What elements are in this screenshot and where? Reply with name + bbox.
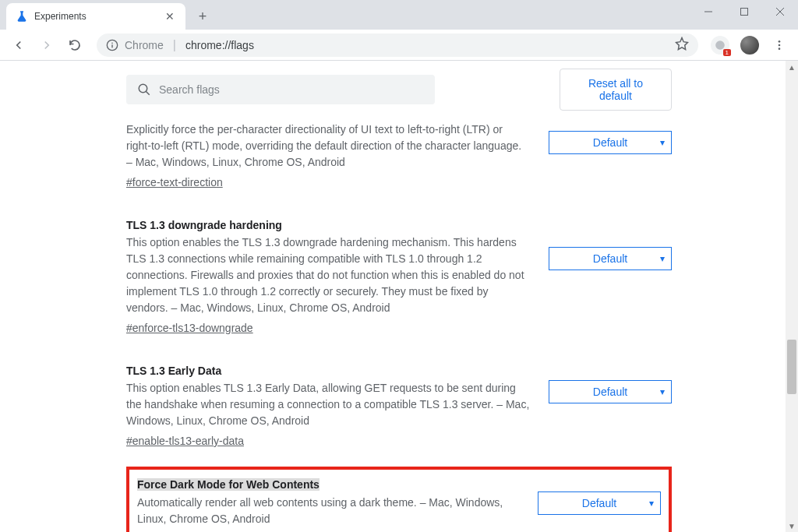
flag-title: Force Dark Mode for Web Contents: [137, 478, 320, 491]
flag-title: TLS 1.3 downgrade hardening: [126, 219, 530, 231]
svg-point-10: [779, 48, 781, 50]
flag-anchor-link[interactable]: #enforce-tls13-downgrade: [126, 322, 253, 334]
reload-button[interactable]: [62, 33, 87, 58]
flag-item: TLS 1.3 Early Data This option enables T…: [126, 351, 672, 451]
flag-dropdown-value: Default: [593, 386, 627, 398]
search-icon: [137, 83, 151, 97]
tab-title: Experiments: [34, 11, 164, 22]
extension-badge: 1: [723, 49, 731, 56]
close-icon[interactable]: ✕: [164, 10, 176, 23]
reset-all-button[interactable]: Reset all to default: [560, 69, 672, 111]
new-tab-button[interactable]: +: [192, 5, 214, 27]
page-content: Search flags Reset all to default Force …: [0, 61, 798, 532]
back-button[interactable]: [6, 33, 31, 58]
info-icon: [106, 39, 118, 51]
flag-dropdown[interactable]: Default: [549, 131, 672, 154]
url-separator: |: [173, 38, 176, 52]
scrollbar[interactable]: ▲ ▼: [786, 61, 798, 532]
profile-avatar[interactable]: [740, 36, 759, 55]
flag-anchor-link[interactable]: #enable-tls13-early-data: [126, 435, 244, 447]
flag-dropdown-value: Default: [593, 136, 627, 149]
scroll-up-icon[interactable]: ▲: [786, 61, 798, 73]
scroll-down-icon[interactable]: ▼: [786, 520, 798, 532]
search-flags-input[interactable]: Search flags: [126, 75, 435, 104]
url-scheme: Chrome: [125, 39, 164, 51]
scrollbar-thumb[interactable]: [787, 340, 796, 394]
svg-point-11: [139, 84, 147, 93]
flag-dropdown[interactable]: Default: [549, 380, 672, 403]
titlebar: Experiments ✕ +: [0, 0, 798, 30]
flag-description: This option enables TLS 1.3 Early Data, …: [126, 380, 530, 429]
flag-item: TLS 1.3 downgrade hardening This option …: [126, 205, 672, 338]
flag-description: Explicitly force the per-character direc…: [126, 122, 530, 171]
highlighted-flag: Force Dark Mode for Web Contents Automat…: [126, 467, 672, 532]
browser-tab[interactable]: Experiments ✕: [6, 3, 185, 30]
flag-description: This option enables the TLS 1.3 downgrad…: [126, 234, 530, 316]
flag-dropdown-value: Default: [582, 497, 616, 509]
window-controls: [690, 0, 798, 23]
flag-item: Force text direction Explicitly force th…: [126, 117, 672, 192]
minimize-button[interactable]: [690, 0, 726, 23]
svg-point-8: [779, 41, 781, 43]
close-window-button[interactable]: [762, 0, 798, 23]
svg-point-9: [779, 44, 781, 46]
flag-title: TLS 1.3 Early Data: [126, 365, 530, 377]
svg-line-12: [146, 91, 150, 95]
maximize-button[interactable]: [726, 0, 762, 23]
bookmark-star-icon[interactable]: [675, 37, 689, 54]
svg-point-5: [111, 42, 113, 44]
extension-icon[interactable]: 1: [711, 36, 729, 55]
flag-dropdown[interactable]: Default: [538, 491, 661, 515]
address-bar[interactable]: Chrome | chrome://flags: [97, 33, 698, 57]
flag-dropdown-value: Default: [593, 252, 627, 265]
kebab-menu-icon[interactable]: [767, 33, 792, 58]
flag-description: Automatically render all web contents us…: [137, 495, 519, 527]
svg-rect-6: [111, 44, 112, 48]
flag-anchor-link[interactable]: #force-text-direction: [126, 176, 223, 188]
flask-icon: [16, 10, 28, 23]
svg-rect-1: [741, 9, 748, 16]
svg-point-7: [715, 41, 725, 50]
forward-button[interactable]: [34, 33, 59, 58]
flag-dropdown[interactable]: Default: [549, 247, 672, 270]
search-placeholder: Search flags: [159, 83, 220, 96]
url-path: chrome://flags: [185, 39, 254, 51]
browser-toolbar: Chrome | chrome://flags 1: [0, 30, 798, 61]
